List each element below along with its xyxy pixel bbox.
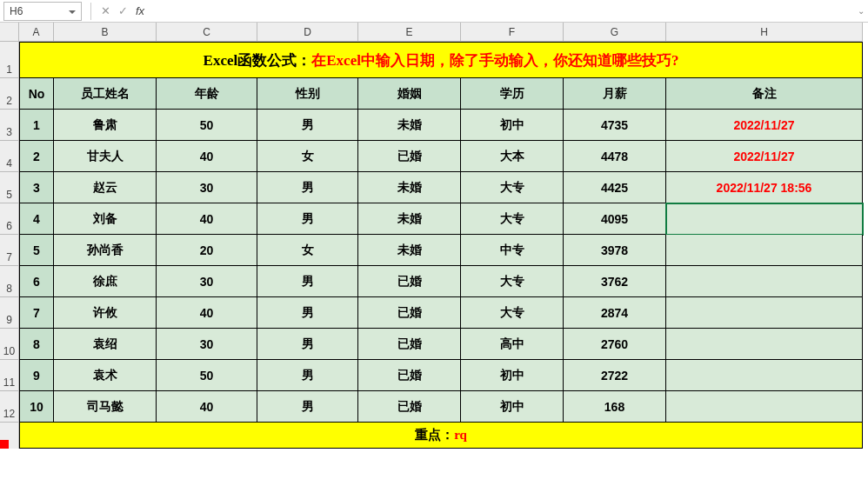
header-cell[interactable]: 年龄 xyxy=(157,78,257,110)
data-cell[interactable]: 已婚 xyxy=(358,141,461,172)
data-cell[interactable]: 40 xyxy=(157,141,257,172)
data-cell[interactable]: 男 xyxy=(257,203,358,235)
row-header[interactable]: 9 xyxy=(0,297,19,329)
col-header[interactable]: F xyxy=(461,23,564,42)
data-cell[interactable] xyxy=(666,203,863,235)
row-header[interactable]: 5 xyxy=(0,172,19,203)
data-cell[interactable]: 5 xyxy=(19,235,54,266)
title-row[interactable]: Excel函数公式： 在Excel中输入日期，除了手动输入，你还知道哪些技巧? xyxy=(19,42,863,78)
header-cell[interactable]: 学历 xyxy=(461,78,564,110)
data-cell[interactable]: 男 xyxy=(257,297,358,329)
data-cell[interactable]: 男 xyxy=(257,391,358,423)
row-header[interactable]: 12 xyxy=(0,391,19,423)
data-cell[interactable] xyxy=(666,266,863,297)
header-cell[interactable]: 员工姓名 xyxy=(54,78,157,110)
data-cell[interactable]: 鲁肃 xyxy=(54,110,157,141)
data-cell[interactable] xyxy=(666,360,863,391)
data-cell[interactable]: 大专 xyxy=(461,266,564,297)
data-cell[interactable]: 7 xyxy=(19,297,54,329)
data-cell[interactable]: 4095 xyxy=(564,203,666,235)
data-cell[interactable]: 大专 xyxy=(461,172,564,203)
data-cell[interactable]: 已婚 xyxy=(358,329,461,360)
data-cell[interactable]: 男 xyxy=(257,329,358,360)
data-cell[interactable]: 已婚 xyxy=(358,391,461,423)
data-cell[interactable]: 甘夫人 xyxy=(54,141,157,172)
row-header[interactable] xyxy=(0,423,19,449)
data-cell[interactable]: 50 xyxy=(157,360,257,391)
data-cell[interactable]: 女 xyxy=(257,235,358,266)
data-cell[interactable]: 大本 xyxy=(461,141,564,172)
data-cell[interactable]: 2874 xyxy=(564,297,666,329)
data-cell[interactable]: 6 xyxy=(19,266,54,297)
data-cell[interactable]: 4478 xyxy=(564,141,666,172)
row-header[interactable]: 10 xyxy=(0,329,19,360)
data-cell[interactable]: 30 xyxy=(157,172,257,203)
data-cell[interactable]: 168 xyxy=(564,391,666,423)
data-cell[interactable]: 已婚 xyxy=(358,360,461,391)
data-cell[interactable]: 男 xyxy=(257,172,358,203)
data-cell[interactable] xyxy=(666,235,863,266)
expand-formula-icon[interactable]: ⌄ xyxy=(854,6,868,16)
confirm-icon[interactable]: ✓ xyxy=(114,4,131,17)
row-header[interactable]: 4 xyxy=(0,141,19,172)
cancel-icon[interactable]: ✕ xyxy=(97,4,114,17)
data-cell[interactable]: 男 xyxy=(257,110,358,141)
col-header[interactable]: G xyxy=(564,23,666,42)
header-cell[interactable]: 月薪 xyxy=(564,78,666,110)
data-cell[interactable]: 8 xyxy=(19,329,54,360)
data-cell[interactable]: 未婚 xyxy=(358,203,461,235)
data-cell[interactable]: 女 xyxy=(257,141,358,172)
data-cell[interactable]: 初中 xyxy=(461,360,564,391)
data-cell[interactable] xyxy=(666,329,863,360)
data-cell[interactable]: 2022/11/27 xyxy=(666,141,863,172)
data-cell[interactable]: 许攸 xyxy=(54,297,157,329)
footer-row[interactable]: 重点： rq xyxy=(19,423,863,449)
fx-icon[interactable]: fx xyxy=(131,4,149,17)
row-header[interactable]: 8 xyxy=(0,266,19,297)
data-cell[interactable]: 初中 xyxy=(461,391,564,423)
data-cell[interactable]: 未婚 xyxy=(358,235,461,266)
data-cell[interactable]: 50 xyxy=(157,110,257,141)
row-header[interactable]: 3 xyxy=(0,110,19,141)
header-cell[interactable]: 婚姻 xyxy=(358,78,461,110)
col-header[interactable]: C xyxy=(157,23,257,42)
data-cell[interactable]: 已婚 xyxy=(358,266,461,297)
header-cell[interactable]: 备注 xyxy=(666,78,863,110)
header-cell[interactable]: No xyxy=(19,78,54,110)
data-cell[interactable]: 2022/11/27 xyxy=(666,110,863,141)
data-cell[interactable]: 2760 xyxy=(564,329,666,360)
data-cell[interactable]: 3762 xyxy=(564,266,666,297)
data-cell[interactable]: 袁绍 xyxy=(54,329,157,360)
col-header[interactable]: D xyxy=(257,23,358,42)
data-cell[interactable]: 徐庶 xyxy=(54,266,157,297)
data-cell[interactable]: 40 xyxy=(157,391,257,423)
data-cell[interactable]: 已婚 xyxy=(358,297,461,329)
data-cell[interactable]: 3 xyxy=(19,172,54,203)
data-cell[interactable]: 20 xyxy=(157,235,257,266)
data-cell[interactable]: 男 xyxy=(257,360,358,391)
data-cell[interactable]: 4 xyxy=(19,203,54,235)
data-cell[interactable]: 刘备 xyxy=(54,203,157,235)
header-cell[interactable]: 性别 xyxy=(257,78,358,110)
col-header[interactable]: E xyxy=(358,23,461,42)
row-header[interactable]: 7 xyxy=(0,235,19,266)
data-cell[interactable]: 2722 xyxy=(564,360,666,391)
name-box[interactable]: H6 xyxy=(3,2,82,21)
row-header[interactable]: 2 xyxy=(0,78,19,110)
data-cell[interactable]: 孙尚香 xyxy=(54,235,157,266)
col-header[interactable]: H xyxy=(666,23,863,42)
data-cell[interactable]: 未婚 xyxy=(358,172,461,203)
data-cell[interactable]: 40 xyxy=(157,203,257,235)
data-cell[interactable]: 袁术 xyxy=(54,360,157,391)
data-cell[interactable]: 中专 xyxy=(461,235,564,266)
data-cell[interactable]: 40 xyxy=(157,297,257,329)
select-all-corner[interactable] xyxy=(0,23,19,42)
data-cell[interactable]: 30 xyxy=(157,329,257,360)
row-header[interactable]: 11 xyxy=(0,360,19,391)
data-cell[interactable]: 司马懿 xyxy=(54,391,157,423)
data-cell[interactable]: 未婚 xyxy=(358,110,461,141)
data-cell[interactable]: 初中 xyxy=(461,110,564,141)
row-header[interactable]: 1 xyxy=(0,42,19,78)
formula-input[interactable] xyxy=(149,2,854,21)
col-header[interactable]: A xyxy=(19,23,54,42)
